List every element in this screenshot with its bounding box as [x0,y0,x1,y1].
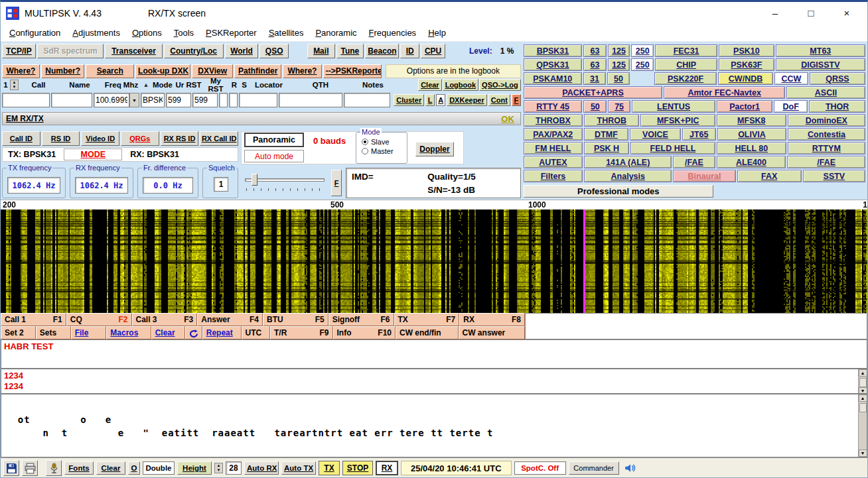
mode-select-button[interactable]: 50 [583,100,607,113]
mode-select-button[interactable]: ALE400 [717,156,786,168]
menu-item[interactable]: PSKReporter [200,26,263,40]
frequency-scale[interactable]: 200 500 1000 1 [1,200,867,209]
save-icon[interactable] [3,460,19,476]
toolbar-button[interactable]: Transceiver [105,44,162,58]
mode-select-button[interactable]: PSK220F [654,72,717,85]
mode-select-button[interactable]: DoF [774,100,808,113]
freq-input[interactable] [94,93,129,107]
mode-select-button[interactable]: PSKAM10 [524,72,582,85]
toolbar-button[interactable]: QSO [259,44,289,58]
repeat-arrow-icon[interactable] [185,326,202,339]
mode-select-button[interactable]: Binaural [673,170,735,182]
macro-control-button[interactable]: Macros [106,326,151,339]
macro-button[interactable]: CW end/fin [396,326,459,339]
menu-item[interactable]: Adjustments [66,26,126,40]
mode-select-button[interactable]: SSTV [803,170,865,182]
macro-button[interactable]: T/R F9 [270,326,333,339]
menu-item[interactable]: Frequencies [363,26,423,40]
mode-select-button[interactable]: CCW [774,72,808,85]
call-input[interactable] [2,93,50,107]
commander-button[interactable]: Commander [569,461,619,475]
mode-select-button[interactable]: ASCII [786,86,865,99]
column-header-ur-rst[interactable]: Ur RST [175,81,202,89]
column-header-notes[interactable]: Notes [353,81,393,89]
a-button[interactable]: A [436,94,445,106]
print-icon[interactable] [22,460,38,476]
macro-button[interactable]: Call 1 F1 [1,313,66,326]
mode-select-button[interactable]: PAX/PAX2 [524,128,583,141]
mode-select-button[interactable]: VOICE [630,128,680,141]
ur-rst-input[interactable] [166,93,191,107]
mode-select-button[interactable]: MT63 [776,44,865,57]
menu-item[interactable]: Panoramic [309,26,362,40]
panoramic-button[interactable]: Panoramic [244,133,304,147]
qso-number-spinner[interactable]: ▲▼ [10,80,19,90]
mode-select-button[interactable]: FAX [737,170,802,182]
mode-select-button[interactable]: Analysis [584,170,672,182]
mode-select-button[interactable]: FELD HELL [630,142,715,154]
notes-input[interactable] [344,93,390,107]
column-header-my-rst[interactable]: My RST [202,77,229,93]
toolbar-button[interactable]: SdR spectrum [37,44,104,58]
o-button[interactable]: O [128,461,140,475]
toolbar-button[interactable]: World [225,44,259,58]
mode-select-button[interactable]: THROB [584,114,639,127]
mode-select-button[interactable]: CW/NDB [718,72,773,85]
my-rst-input[interactable] [192,93,218,107]
column-header-qth[interactable]: QTH [289,81,352,89]
toolbar-button[interactable]: CPU [421,44,445,58]
qso-to-log-button[interactable]: QSO->Log [479,79,521,91]
mode-select-button[interactable]: DIGISSTV [776,58,865,71]
maximize-button[interactable]: □ [796,7,826,19]
waterfall-display[interactable] [1,209,868,313]
macro-control-button[interactable]: File [71,326,107,339]
macro-button[interactable]: Signoff F6 [328,313,394,326]
microphone-icon[interactable] [46,460,62,476]
mode-select-button[interactable]: Contestia [788,128,865,141]
macro-control-button[interactable]: Sets [36,326,71,339]
scroll-up-icon[interactable]: ▲ [859,394,867,402]
mode-select-button[interactable]: 31 [583,72,606,85]
column-header-locator[interactable]: Locator [250,81,288,89]
toolbar-button[interactable]: Tune [336,44,364,58]
freq-dropdown-button[interactable]: ▼ [129,93,139,107]
id-button[interactable]: QRGs [121,131,159,146]
lookup-button[interactable]: Pathfinder [234,64,281,78]
mode-select-button[interactable]: 63 [583,44,607,57]
macro-control-button[interactable]: Set 2 [1,326,36,339]
stop-button[interactable]: STOP [342,461,373,475]
mode-select-button[interactable]: THOR [809,100,865,113]
id-button[interactable]: Call ID [2,131,40,146]
fonts-button[interactable]: Fonts [64,461,94,475]
macro-button[interactable]: CW answer [459,326,525,339]
locator-input[interactable] [239,93,277,107]
l-button[interactable]: L [425,94,435,106]
speaker-icon[interactable] [622,460,638,476]
mode-select-button[interactable]: Filters [524,170,583,182]
mode-select-button[interactable]: /FAE [673,156,715,168]
squelch-slider[interactable] [242,168,327,198]
mode-select-button[interactable]: FM HELL [524,142,583,154]
f-button[interactable]: F [331,170,342,196]
cont-button[interactable]: Cont [488,94,510,106]
lookup-button[interactable]: Where? [283,64,322,78]
mode-select-button[interactable]: DTMF [584,128,629,141]
mode-select-button[interactable]: PSK10 [719,44,774,57]
mode-select-button[interactable]: QRSS [810,72,865,85]
mode-select-button[interactable]: DominoEX [788,114,865,127]
scroll-down-icon[interactable]: ▼ [859,387,867,394]
mode-select-button[interactable]: 63 [583,58,607,71]
s-input[interactable] [229,93,238,107]
mode-select-button[interactable]: JT65 [682,128,716,141]
id-button[interactable]: RX RS ID [161,131,199,146]
macro-button[interactable]: Info F10 [333,326,396,339]
menu-item[interactable]: Satellites [263,26,310,40]
lookup-button[interactable]: Number? [41,64,85,78]
tx-buffer-1[interactable]: HABR TEST [1,339,867,369]
mode-select-button[interactable]: Amtor FEC-Navtex [664,86,785,99]
toolbar-button[interactable]: TCP/IP [2,44,36,58]
double-button[interactable]: Double [143,461,175,475]
mode-select-button[interactable]: PSK H [584,142,629,154]
column-header-s[interactable]: S [240,81,249,89]
slider-thumb[interactable] [252,174,257,186]
